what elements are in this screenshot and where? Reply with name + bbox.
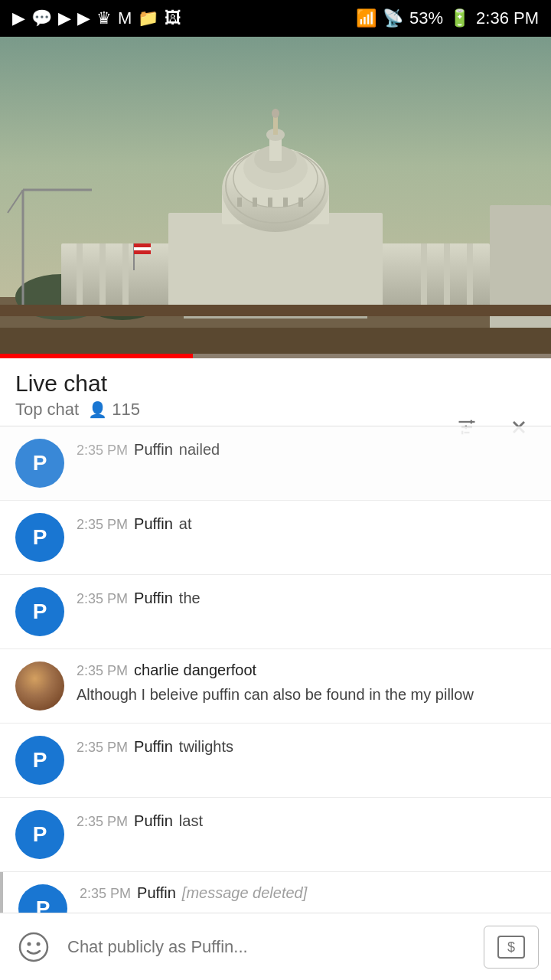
svg-rect-25 [253, 198, 257, 207]
table-row: P 2:35 PM Puffin last [0, 798, 551, 872]
message-content: 2:35 PM Puffin last [77, 810, 536, 831]
table-row: P 2:35 PM Puffin nailed [0, 426, 551, 501]
mastodon-icon: M [118, 8, 132, 28]
svg-text:$: $ [507, 939, 515, 955]
send-button[interactable]: $ [484, 926, 539, 969]
avatar: P [15, 513, 64, 562]
message-content: 2:35 PM Puffin nailed [77, 439, 536, 460]
svg-rect-35 [134, 250, 151, 254]
chat-title: Live chat [15, 371, 536, 397]
svg-point-52 [37, 942, 41, 946]
emoji-button[interactable] [12, 926, 55, 969]
avatar [15, 662, 64, 710]
svg-point-51 [28, 942, 31, 946]
svg-rect-26 [268, 198, 272, 207]
message-author: Puffin [134, 441, 173, 459]
message-time: 2:35 PM [77, 443, 128, 459]
avatar: P [15, 439, 64, 488]
svg-point-23 [272, 109, 279, 118]
avatar: P [15, 810, 64, 859]
message-content: 2:35 PM charlie dangerfoot Although I be… [77, 662, 536, 705]
svg-rect-33 [134, 243, 151, 247]
message-time: 2:35 PM [77, 814, 128, 830]
battery-icon: 🔋 [449, 8, 470, 28]
table-row: P 2:35 PM Puffin the [0, 575, 551, 649]
folder-icon: 📁 [138, 8, 158, 28]
svg-rect-41 [0, 305, 551, 316]
youtube3-icon: ▶ [77, 8, 90, 28]
person-icon: 👤 [88, 400, 107, 419]
avatar: P [15, 736, 64, 785]
svg-rect-13 [467, 243, 473, 312]
chat-input-bar: $ [0, 913, 551, 980]
svg-rect-8 [77, 243, 83, 312]
notification-icons: ▶ 💬 ▶ ▶ ♛ M 📁 🖼 [12, 8, 181, 28]
message-time: 2:35 PM [77, 663, 128, 679]
clock: 2:36 PM [476, 8, 539, 28]
message-text: Although I beleive puffin can also be fo… [77, 684, 536, 705]
message-icon: 💬 [31, 8, 52, 28]
svg-rect-34 [134, 247, 151, 250]
message-text: the [179, 587, 201, 609]
message-time: 2:35 PM [77, 740, 128, 756]
system-icons: 📶 📡 53% 🔋 2:36 PM [356, 8, 539, 28]
table-row: P 2:35 PM Puffin twilights [0, 724, 551, 798]
svg-rect-27 [283, 198, 288, 207]
message-text: nailed [179, 439, 220, 460]
message-text: at [179, 513, 192, 534]
message-time: 2:35 PM [80, 886, 131, 902]
video-player[interactable] [0, 37, 551, 358]
message-deleted-text: [message deleted] [182, 884, 307, 902]
viewer-count-value: 115 [112, 400, 140, 420]
chat-input-field[interactable] [67, 926, 471, 969]
image-icon: 🖼 [165, 8, 181, 28]
chat-header: Live chat Top chat 👤 115 [0, 358, 551, 426]
message-author: Puffin [134, 738, 173, 756]
message-author: Puffin [137, 884, 176, 902]
svg-rect-9 [99, 243, 106, 312]
message-time: 2:35 PM [77, 517, 128, 533]
chat-messages-list: P 2:35 PM Puffin nailed P 2:35 PM Puffin… [0, 426, 551, 980]
svg-rect-12 [444, 243, 450, 312]
youtube-icon: ▶ [12, 8, 25, 28]
message-author: Puffin [134, 590, 173, 607]
message-content: 2:35 PM Puffin at [77, 513, 536, 534]
live-chat-panel: Live chat Top chat 👤 115 [0, 358, 551, 980]
table-row: P 2:35 PM Puffin at [0, 501, 551, 575]
message-content: 2:35 PM Puffin the [77, 587, 536, 609]
message-text: twilights [179, 736, 233, 757]
top-chat-label[interactable]: Top chat [15, 400, 79, 420]
youtube2-icon: ▶ [58, 8, 71, 28]
viewer-count: 👤 115 [88, 400, 140, 420]
avatar: P [15, 587, 64, 636]
message-author: Puffin [134, 515, 173, 533]
svg-rect-36 [490, 205, 551, 343]
message-time: 2:35 PM [77, 591, 128, 607]
battery-percent: 53% [409, 8, 443, 28]
svg-rect-10 [122, 243, 129, 312]
svg-rect-11 [421, 243, 427, 312]
status-bar: ▶ 💬 ▶ ▶ ♛ M 📁 🖼 📶 📡 53% 🔋 2:36 PM [0, 0, 551, 37]
wifi-icon: 📶 [356, 8, 377, 28]
svg-rect-28 [298, 198, 303, 207]
message-author: Puffin [134, 812, 173, 830]
svg-rect-24 [237, 198, 242, 207]
signal-icon: 📡 [383, 8, 403, 28]
table-row: 2:35 PM charlie dangerfoot Although I be… [0, 649, 551, 724]
message-text: last [179, 810, 203, 831]
message-content: 2:35 PM Puffin twilights [77, 736, 536, 757]
crown-icon: ♛ [96, 8, 112, 28]
message-content: 2:35 PM Puffin [message deleted] [80, 884, 536, 902]
message-author: charlie dangerfoot [134, 662, 256, 679]
svg-point-50 [20, 933, 47, 961]
